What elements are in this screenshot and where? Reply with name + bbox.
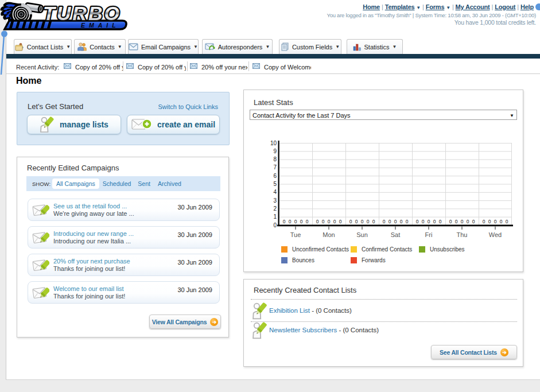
svg-text:0: 0 xyxy=(406,219,409,224)
svg-text:0: 0 xyxy=(433,219,436,224)
svg-text:TURBO: TURBO xyxy=(43,2,121,24)
svg-text:0: 0 xyxy=(316,219,319,224)
svg-text:0: 0 xyxy=(361,219,364,224)
svg-text:0: 0 xyxy=(416,219,419,224)
svg-text:0: 0 xyxy=(461,219,464,224)
svg-text:10: 10 xyxy=(270,140,277,146)
svg-text:0: 0 xyxy=(394,219,397,224)
svg-text:7: 7 xyxy=(273,164,277,170)
svg-text:Sat: Sat xyxy=(391,231,401,238)
svg-text:4: 4 xyxy=(273,189,277,195)
svg-text:0: 0 xyxy=(467,219,469,224)
svg-text:0: 0 xyxy=(306,219,309,224)
svg-text:0: 0 xyxy=(372,219,375,224)
svg-text:0: 0 xyxy=(349,219,352,224)
svg-text:0: 0 xyxy=(483,219,485,224)
svg-text:0: 0 xyxy=(449,219,452,224)
svg-text:0: 0 xyxy=(273,222,277,228)
svg-text:2: 2 xyxy=(273,205,277,212)
svg-text:0: 0 xyxy=(383,219,386,224)
svg-text:0: 0 xyxy=(367,219,370,224)
svg-text:0: 0 xyxy=(422,219,425,224)
svg-text:0: 0 xyxy=(488,219,491,224)
svg-text:Sun: Sun xyxy=(356,231,368,238)
svg-text:0: 0 xyxy=(455,219,458,224)
svg-text:8: 8 xyxy=(273,156,277,162)
svg-text:0: 0 xyxy=(339,219,342,224)
svg-text:0: 0 xyxy=(283,219,286,224)
svg-text:0: 0 xyxy=(289,219,292,224)
svg-text:Thu: Thu xyxy=(457,231,468,238)
svg-text:9: 9 xyxy=(273,148,277,154)
svg-text:Wed: Wed xyxy=(489,231,502,238)
svg-text:1: 1 xyxy=(273,214,277,220)
svg-text:Mon: Mon xyxy=(323,231,335,238)
svg-text:6: 6 xyxy=(273,173,277,179)
svg-text:0: 0 xyxy=(500,219,503,224)
svg-text:0: 0 xyxy=(400,219,403,224)
svg-text:0: 0 xyxy=(494,219,497,224)
svg-text:0: 0 xyxy=(322,219,325,224)
svg-text:0: 0 xyxy=(506,219,508,224)
svg-text:0: 0 xyxy=(439,219,442,224)
svg-text:0: 0 xyxy=(300,219,303,224)
svg-text:3: 3 xyxy=(273,197,277,204)
svg-text:Tue: Tue xyxy=(290,231,301,238)
svg-text:0: 0 xyxy=(472,219,475,224)
svg-text:0: 0 xyxy=(333,219,336,224)
svg-text:0: 0 xyxy=(294,219,297,224)
svg-text:Fri: Fri xyxy=(425,231,433,238)
svg-text:0: 0 xyxy=(328,219,331,224)
svg-text:0: 0 xyxy=(355,219,358,224)
svg-text:0: 0 xyxy=(389,219,391,224)
svg-text:0: 0 xyxy=(428,219,430,224)
svg-text:5: 5 xyxy=(273,181,277,187)
